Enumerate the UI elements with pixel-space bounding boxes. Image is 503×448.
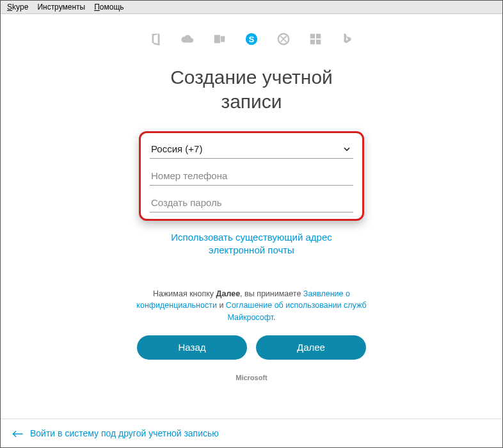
svg-rect-6	[316, 34, 321, 38]
menu-skype[interactable]: Skype	[3, 2, 32, 12]
service-icon-row: S	[148, 32, 355, 46]
svg-text:S: S	[249, 35, 255, 44]
bing-icon	[340, 32, 355, 46]
button-row: Назад Далее	[137, 335, 366, 360]
country-code-value: Россия (+7)	[151, 143, 202, 154]
chevron-down-icon	[342, 144, 352, 154]
svg-rect-8	[316, 40, 321, 44]
title-line2: записи	[221, 91, 282, 112]
svg-rect-1	[221, 36, 225, 42]
bottom-bar: Войти в систему под другой учетной запис…	[1, 419, 502, 447]
onedrive-icon	[180, 32, 195, 46]
menubar: Skype Инструменты Помощь	[1, 1, 502, 14]
menu-tools[interactable]: Инструменты	[33, 2, 89, 12]
skype-icon: S	[244, 32, 259, 46]
agreement-link[interactable]: Соглашение об использовании служб Майкро…	[226, 301, 367, 322]
microsoft-brand: Microsoft	[236, 374, 267, 381]
use-email-link[interactable]: Использовать существующий адрес электрон…	[149, 231, 354, 257]
menu-help[interactable]: Помощь	[90, 2, 127, 12]
phone-field-row	[150, 166, 353, 186]
country-code-select[interactable]: Россия (+7)	[150, 140, 353, 159]
svg-rect-0	[214, 35, 220, 44]
xbox-icon	[276, 32, 291, 46]
phone-input[interactable]	[151, 170, 352, 181]
windows-icon	[308, 32, 323, 46]
password-field-row	[150, 193, 353, 212]
email-link-text1: Использовать существующий адрес	[171, 232, 332, 243]
password-input[interactable]	[151, 197, 352, 208]
content-area: S Создание учетной записи Россия (+7)	[1, 14, 502, 419]
page-title: Создание учетной записи	[170, 65, 333, 113]
arrow-left-icon	[12, 429, 24, 438]
terms-text: Нажимая кнопку Далее, вы принимаете Заяв…	[136, 288, 367, 324]
svg-rect-5	[310, 34, 315, 38]
switch-account-link[interactable]: Войти в систему под другой учетной запис…	[30, 428, 219, 438]
office-icon	[148, 32, 163, 46]
skype-window: Skype Инструменты Помощь S	[0, 0, 503, 448]
next-button[interactable]: Далее	[256, 335, 366, 360]
svg-rect-7	[310, 40, 315, 44]
title-line1: Создание учетной	[170, 67, 333, 88]
email-link-text2: электронной почты	[209, 244, 294, 255]
signup-form: Россия (+7)	[139, 131, 364, 221]
outlook-icon	[212, 32, 227, 46]
back-button[interactable]: Назад	[137, 335, 247, 360]
